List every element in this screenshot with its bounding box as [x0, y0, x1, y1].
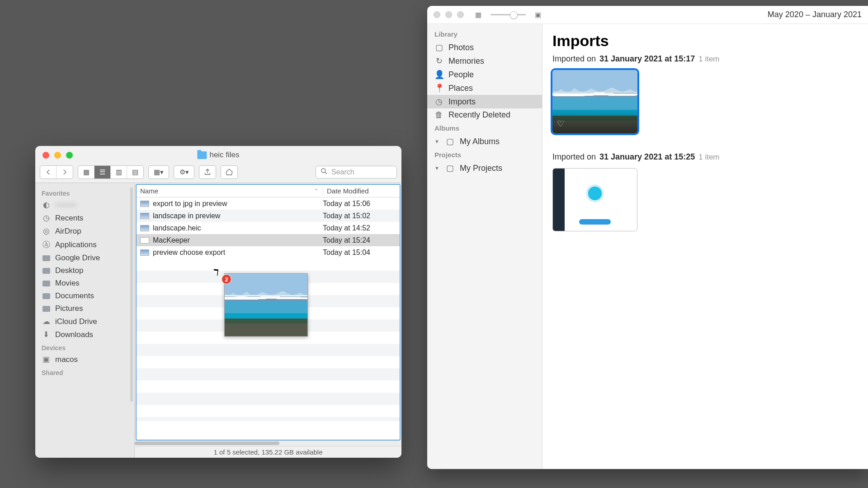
sidebar-item-label: macos: [55, 355, 78, 364]
file-name: MacKeeper: [153, 236, 323, 244]
sidebar-item[interactable]: Movies: [35, 277, 134, 290]
table-row[interactable]: export to jpg in preview Today at 15:06: [137, 197, 400, 210]
zoom-slider[interactable]: [491, 14, 526, 15]
photos-main: Imports Imported on 31 January 2021 at 1…: [542, 24, 868, 469]
sidebar-item-label: Movies: [55, 279, 80, 288]
minimize-icon[interactable]: [54, 152, 61, 159]
photo-thumbnail[interactable]: [552, 168, 637, 231]
photos-titlebar[interactable]: ▦ ▣ May 2020 – January 2021: [427, 6, 868, 24]
import-section-header: Imported on 31 January 2021 at 15:17 1 i…: [552, 54, 858, 64]
search-icon: [320, 167, 328, 177]
photos-window: ▦ ▣ May 2020 – January 2021 Library ▢ Ph…: [427, 6, 868, 469]
sidebar-item-label: Recents: [55, 214, 83, 223]
close-icon[interactable]: [434, 11, 440, 18]
sidebar-item-device[interactable]: ▣ macos: [35, 353, 134, 366]
sidebar-item[interactable]: Google Drive: [35, 252, 134, 264]
table-row[interactable]: preview choose export Today at 15:04: [137, 246, 400, 258]
sidebar-item[interactable]: ◐ ••••••••: [35, 198, 134, 211]
cloud-icon: ☁︎: [42, 317, 51, 326]
sidebar-item[interactable]: ◷Recents: [35, 211, 134, 225]
table-row[interactable]: MacKeeper Today at 15:24: [137, 234, 400, 246]
action-button[interactable]: ⚙︎▾: [174, 166, 194, 178]
column-header-date[interactable]: Date Modified: [323, 187, 400, 195]
sidebar-item-label: Downloads: [55, 330, 93, 339]
search-input[interactable]: Search: [316, 166, 397, 178]
file-date: Today at 15:02: [323, 212, 400, 220]
sidebar-section-favorites: Favorites: [35, 187, 134, 198]
sidebar-item-memories[interactable]: ↻ Memories: [427, 54, 542, 68]
disclosure-icon[interactable]: ▼: [434, 139, 439, 144]
file-name: export to jpg in preview: [153, 200, 323, 208]
file-date: Today at 15:06: [323, 200, 400, 208]
drag-count-badge: 2: [222, 274, 231, 284]
zoom-icon[interactable]: [66, 152, 73, 159]
sidebar-item-label: Recently Deleted: [448, 110, 510, 120]
sidebar-item-people[interactable]: 👤 People: [427, 68, 542, 81]
sidebar-item[interactable]: Pictures: [35, 302, 134, 315]
person-icon: 👤: [434, 70, 443, 80]
photos-sidebar: Library ▢ Photos↻ Memories👤 People📍 Plac…: [427, 24, 542, 469]
sidebar-item-photos[interactable]: ▢ Photos: [427, 41, 542, 54]
import-section-header: Imported on 31 January 2021 at 15:25 1 i…: [552, 152, 858, 162]
fullscreen-icon[interactable]: ▣: [535, 11, 541, 19]
clock-icon: ◷: [42, 213, 51, 223]
sidebar-item-label: People: [448, 70, 474, 80]
folder-icon: [42, 268, 51, 274]
file-name: preview choose export: [153, 249, 323, 257]
folder-icon: [42, 281, 51, 286]
minimize-icon[interactable]: [445, 11, 452, 18]
sidebar-item[interactable]: ☁︎iCloud Drive: [35, 315, 134, 328]
horizontal-scrollbar[interactable]: [135, 441, 401, 446]
arrange-button[interactable]: ▦▾: [149, 166, 169, 178]
icon-view-button[interactable]: ▦: [78, 166, 94, 178]
favorite-icon[interactable]: ♡: [557, 119, 564, 129]
finder-toolbar: ▦ ☰ ▥ ▤ ▦▾ ⚙︎▾ Search: [35, 164, 401, 183]
column-view-button[interactable]: ▥: [111, 166, 127, 178]
tags-button[interactable]: [221, 166, 237, 178]
sidebar-item[interactable]: Documents: [35, 290, 134, 302]
disclosure-icon[interactable]: ▼: [434, 165, 439, 171]
user-icon: ◐: [42, 200, 51, 210]
photo-thumbnail[interactable]: ♡: [552, 70, 637, 133]
sidebar-item[interactable]: Desktop: [35, 264, 134, 277]
gallery-view-button[interactable]: ▤: [127, 166, 143, 178]
close-icon[interactable]: [42, 152, 49, 159]
pin-icon: 📍: [434, 83, 443, 93]
sidebar-scrollbar[interactable]: [130, 188, 133, 402]
table-row[interactable]: landscape.heic Today at 14:52: [137, 222, 400, 234]
folder-icon: [197, 151, 207, 159]
sidebar-section-library: Library: [427, 28, 542, 41]
forward-button[interactable]: [57, 166, 73, 178]
memories-icon: ↻: [434, 56, 443, 66]
sort-ascending-icon: ⌃: [314, 188, 318, 194]
sidebar-item-my-projects[interactable]: ▼ ▢ My Projects: [427, 161, 542, 175]
sidebar-section-albums: Albums: [427, 122, 542, 135]
sidebar-item-my-albums[interactable]: ▼ ▢ My Albums: [427, 135, 542, 148]
back-button[interactable]: [40, 166, 57, 178]
finder-titlebar[interactable]: heic files: [35, 146, 401, 164]
sidebar-item-label: Imports: [448, 97, 476, 107]
sidebar-item[interactable]: ⬇︎Downloads: [35, 328, 134, 341]
status-bar: 1 of 5 selected, 135.22 GB available: [135, 446, 401, 458]
page-title: Imports: [552, 32, 858, 50]
table-row[interactable]: landscape in preview Today at 15:02: [137, 210, 400, 222]
sidebar-section-shared: Shared: [35, 366, 134, 378]
sidebar-item-recently-deleted[interactable]: 🗑 Recently Deleted: [427, 108, 542, 122]
radio-icon: ◎: [42, 226, 51, 236]
folder-icon: [42, 293, 51, 299]
download-icon: ⬇︎: [42, 330, 51, 339]
share-button[interactable]: [199, 166, 216, 178]
grid-layout-icon[interactable]: ▦: [475, 11, 481, 19]
list-view-button[interactable]: ☰: [94, 166, 111, 178]
sidebar-item-imports[interactable]: ◷ Imports: [427, 95, 542, 108]
column-header-name[interactable]: Name ⌃: [137, 187, 323, 195]
zoom-icon[interactable]: [457, 11, 464, 18]
sidebar-item-label: Documents: [55, 291, 94, 300]
folder-icon: [42, 255, 51, 261]
sidebar-item[interactable]: ◎AirDrop: [35, 225, 134, 238]
sidebar-item-label: Pictures: [55, 304, 83, 313]
sidebar-item[interactable]: ⒶApplications: [35, 238, 134, 252]
imports-icon: ◷: [434, 97, 443, 107]
sidebar-item-places[interactable]: 📍 Places: [427, 81, 542, 95]
sidebar-item-label: Photos: [448, 43, 474, 52]
